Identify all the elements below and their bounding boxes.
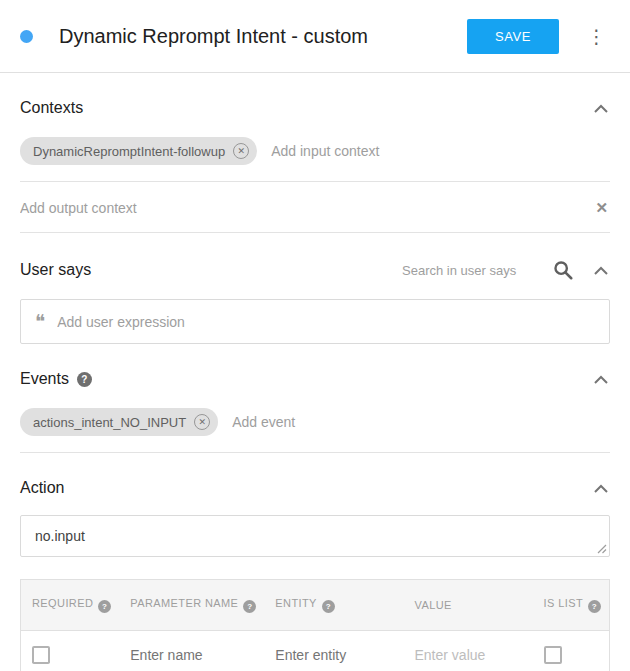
- contexts-title: Contexts: [20, 99, 83, 117]
- parameters-table-header-row: REQUIRED? PARAMETER NAME? ENTITY? VALUE …: [21, 580, 610, 631]
- action-section-header: Action: [20, 479, 610, 497]
- action-title: Action: [20, 479, 64, 497]
- resize-handle-icon[interactable]: [597, 544, 607, 554]
- search-icon[interactable]: [552, 259, 574, 281]
- events-help-icon[interactable]: ?: [77, 372, 92, 387]
- add-user-expression-field[interactable]: [57, 314, 595, 330]
- page-title: Dynamic Reprompt Intent - custom: [59, 25, 467, 48]
- chip-close-icon[interactable]: ✕: [233, 143, 249, 159]
- event-chip: actions_intent_NO_INPUT ✕: [20, 408, 218, 436]
- kebab-menu-icon[interactable]: ⋮: [581, 23, 612, 50]
- column-header-required: REQUIRED?: [21, 580, 120, 631]
- intent-header: Dynamic Reprompt Intent - custom SAVE ⋮: [0, 0, 630, 72]
- events-section-header: Events ?: [20, 370, 610, 388]
- value-field[interactable]: [415, 647, 525, 663]
- header-divider: [0, 72, 630, 73]
- chip-close-icon[interactable]: ✕: [194, 414, 210, 430]
- intent-dot-icon: [20, 30, 33, 43]
- parameter-name-field[interactable]: [130, 647, 256, 663]
- output-context-row: ✕: [20, 182, 610, 232]
- user-says-collapse-chevron-up-icon[interactable]: [592, 264, 610, 277]
- add-event-field[interactable]: [232, 414, 610, 430]
- parameter-name-help-icon[interactable]: ?: [243, 600, 256, 613]
- required-help-icon[interactable]: ?: [98, 600, 111, 613]
- entity-help-icon[interactable]: ?: [322, 600, 335, 613]
- events-title: Events: [20, 370, 69, 388]
- action-input-box[interactable]: no.input: [20, 515, 610, 557]
- event-chip-label: actions_intent_NO_INPUT: [33, 415, 186, 430]
- clear-contexts-icon[interactable]: ✕: [593, 199, 610, 217]
- required-checkbox[interactable]: [32, 646, 50, 664]
- input-contexts-row: DynamicRepromptIntent-followup ✕: [20, 137, 610, 165]
- save-button[interactable]: SAVE: [467, 19, 559, 54]
- content: Contexts DynamicRepromptIntent-followup …: [0, 99, 630, 671]
- events-row: actions_intent_NO_INPUT ✕: [20, 408, 610, 436]
- add-input-context-field[interactable]: [271, 143, 610, 159]
- intent-editor-page: Dynamic Reprompt Intent - custom SAVE ⋮ …: [0, 0, 630, 671]
- user-says-section-header: User says: [20, 259, 610, 281]
- events-collapse-chevron-up-icon[interactable]: [592, 373, 610, 386]
- column-header-is-list: IS LIST?: [533, 580, 610, 631]
- entity-field[interactable]: [275, 647, 395, 663]
- column-header-parameter-name: PARAMETER NAME?: [119, 580, 264, 631]
- parameters-table: REQUIRED? PARAMETER NAME? ENTITY? VALUE …: [20, 579, 610, 671]
- contexts-section-header: Contexts: [20, 99, 610, 117]
- quote-icon: ❝: [35, 312, 45, 331]
- column-header-entity: ENTITY?: [264, 580, 403, 631]
- is-list-help-icon[interactable]: ?: [588, 600, 601, 613]
- input-context-chip-label: DynamicRepromptIntent-followup: [33, 144, 225, 159]
- column-header-value: VALUE: [404, 580, 533, 631]
- action-collapse-chevron-up-icon[interactable]: [592, 482, 610, 495]
- user-says-title: User says: [20, 261, 91, 279]
- contexts-collapse-chevron-up-icon[interactable]: [592, 102, 610, 115]
- is-list-checkbox[interactable]: [544, 646, 562, 664]
- action-value[interactable]: no.input: [35, 528, 85, 544]
- output-context-underline: [20, 232, 610, 233]
- parameter-row: [21, 631, 610, 671]
- input-context-chip: DynamicRepromptIntent-followup ✕: [20, 137, 257, 165]
- search-user-says-input[interactable]: [402, 263, 534, 278]
- user-expression-box: ❝: [20, 299, 610, 344]
- events-underline: [20, 452, 610, 453]
- add-output-context-field[interactable]: [20, 200, 593, 216]
